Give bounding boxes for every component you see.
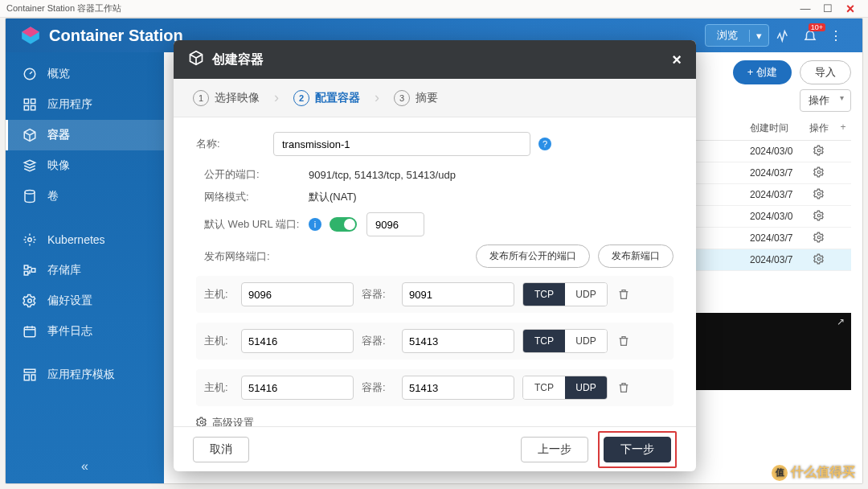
tcp-option[interactable]: TCP — [523, 376, 565, 399]
watermark: 值 什么值得买 — [772, 464, 855, 481]
action-select[interactable]: 操作 — [800, 89, 851, 112]
notification-badge: 10+ — [809, 23, 825, 31]
activity-icon[interactable] — [769, 28, 796, 43]
prev-button[interactable]: 上一步 — [521, 437, 588, 462]
window-minimize[interactable]: — — [794, 2, 817, 14]
wizard-step-3[interactable]: 3摘要 — [386, 90, 446, 106]
row-settings-icon[interactable] — [803, 166, 835, 180]
sidebar-item-volumes[interactable]: 卷 — [6, 181, 164, 212]
host-label: 主机: — [204, 380, 233, 395]
window-close[interactable]: × — [839, 2, 862, 16]
sidebar-item-preferences[interactable]: 偏好设置 — [6, 286, 164, 316]
cell-date: 2024/03/7 — [750, 232, 803, 244]
container-port-input[interactable] — [402, 329, 514, 353]
chevron-down-icon[interactable]: ▾ — [749, 30, 768, 42]
trash-icon[interactable] — [616, 335, 632, 347]
cell-date: 2024/03/7 — [750, 167, 803, 179]
udp-option[interactable]: UDP — [565, 330, 607, 352]
sidebar-item-repository[interactable]: 存储库 — [6, 255, 164, 286]
port-mapping-row: 主机:容器:TCPUDP — [196, 323, 674, 360]
trash-icon[interactable] — [616, 288, 632, 301]
row-settings-icon[interactable] — [803, 232, 835, 245]
gear-icon — [22, 294, 38, 308]
kubernetes-icon — [22, 232, 38, 247]
tcp-option[interactable]: TCP — [523, 283, 565, 306]
host-port-input[interactable] — [241, 376, 354, 400]
sidebar-item-app-templates[interactable]: 应用程序模板 — [6, 360, 164, 390]
protocol-toggle[interactable]: TCPUDP — [522, 329, 608, 353]
window-title: Container Station 容器工作站 — [6, 2, 121, 14]
open-external-icon[interactable]: ↗ — [837, 316, 845, 327]
svg-point-8 — [28, 238, 32, 242]
tcp-option[interactable]: TCP — [523, 330, 565, 352]
publish-new-button[interactable]: 发布新端口 — [598, 244, 674, 268]
web-url-port-input[interactable] — [366, 212, 424, 236]
protocol-toggle[interactable]: TCPUDP — [522, 376, 608, 400]
cell-date: 2024/03/7 — [750, 189, 803, 200]
browse-button[interactable]: 浏览 ▾ — [705, 24, 769, 47]
modal-header: 创建容器 × — [174, 40, 696, 79]
template-icon — [22, 368, 38, 382]
info-icon[interactable]: i — [309, 218, 321, 231]
col-created: 创建时间 — [750, 121, 803, 135]
cell-date: 2024/03/7 — [750, 254, 803, 265]
next-highlight: 下一步 — [598, 431, 677, 468]
os-titlebar: Container Station 容器工作站 — ☐ × — [0, 0, 868, 18]
sidebar-label: 卷 — [47, 189, 59, 203]
web-url-port-label: 默认 Web URL 端口: — [204, 217, 309, 232]
import-button[interactable]: 导入 — [800, 60, 851, 84]
wizard-step-2[interactable]: 2配置容器 — [285, 90, 368, 106]
info-icon[interactable]: ? — [538, 138, 551, 150]
host-port-input[interactable] — [241, 282, 354, 306]
sidebar-item-images[interactable]: 映像 — [6, 150, 164, 181]
container-port-input[interactable] — [402, 282, 514, 306]
gear-icon — [196, 417, 207, 427]
advanced-settings-link[interactable]: 高级设置 — [196, 416, 674, 426]
next-button[interactable]: 下一步 — [604, 437, 671, 462]
svg-rect-16 — [31, 375, 35, 380]
wizard-step-1[interactable]: 1选择映像 — [185, 90, 268, 106]
svg-point-19 — [817, 192, 821, 195]
row-settings-icon[interactable] — [803, 145, 835, 158]
svg-rect-6 — [31, 106, 35, 110]
sidebar-item-containers[interactable]: 容器 — [6, 120, 164, 150]
sidebar-item-overview[interactable]: 概览 — [6, 59, 164, 89]
sidebar-label: 偏好设置 — [47, 294, 92, 308]
close-icon[interactable]: × — [672, 51, 682, 69]
svg-rect-15 — [24, 375, 29, 380]
sidebar-item-kubernetes[interactable]: Kubernetes — [6, 224, 164, 255]
host-port-input[interactable] — [241, 329, 354, 353]
name-label: 名称: — [196, 137, 273, 151]
container-name-input[interactable] — [273, 132, 530, 156]
udp-option[interactable]: UDP — [565, 376, 607, 399]
row-settings-icon[interactable] — [803, 188, 835, 202]
sidebar-item-event-log[interactable]: 事件日志 — [6, 316, 164, 347]
port-mapping-row: 主机:容器:TCPUDP — [196, 369, 674, 406]
sidebar-label: 应用程序 — [47, 97, 92, 112]
web-url-toggle[interactable] — [330, 217, 357, 232]
container-port-input[interactable] — [402, 376, 514, 400]
sidebar-item-applications[interactable]: 应用程序 — [6, 89, 164, 120]
row-settings-icon[interactable] — [803, 253, 835, 267]
row-settings-icon[interactable] — [803, 210, 835, 224]
svg-rect-10 — [24, 272, 28, 276]
udp-option[interactable]: UDP — [565, 283, 607, 306]
add-column-icon[interactable]: + — [835, 121, 851, 135]
sidebar-collapse[interactable]: « — [6, 459, 164, 474]
svg-point-22 — [817, 257, 821, 261]
database-icon — [22, 189, 38, 203]
window-maximize[interactable]: ☐ — [817, 2, 839, 14]
publish-all-button[interactable]: 发布所有公开的端口 — [476, 244, 590, 268]
publish-ports-label: 发布网络端口: — [204, 249, 309, 264]
sidebar-label: Kubernetes — [47, 233, 105, 246]
notification-bell-icon[interactable]: 10+ — [796, 28, 824, 43]
trash-icon[interactable] — [616, 381, 632, 394]
create-button[interactable]: + 创建 — [733, 60, 792, 84]
more-menu-icon[interactable]: ⋮ — [824, 28, 848, 43]
svg-rect-9 — [24, 265, 28, 269]
svg-point-21 — [817, 236, 821, 239]
cancel-button[interactable]: 取消 — [193, 437, 249, 462]
repository-icon — [22, 263, 38, 277]
protocol-toggle[interactable]: TCPUDP — [522, 282, 608, 306]
col-operation: 操作 — [803, 121, 835, 135]
